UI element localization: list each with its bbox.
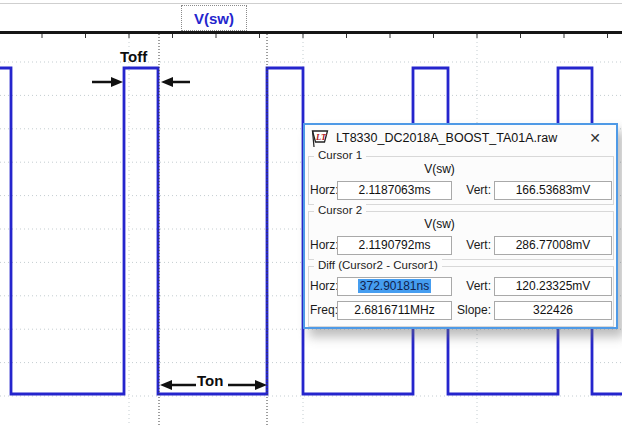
diff-horz-field[interactable]: 372.90181ns — [337, 277, 452, 296]
cursor2-horz-label: Horz: — [310, 238, 339, 252]
toff-left-arrowhead-icon — [111, 77, 123, 87]
diff-horz-label: Horz: — [310, 279, 339, 293]
ltspice-waveform-window: V(sw) Toff Ton LT LT8330_DC2018A_BOOST_T… — [0, 0, 622, 430]
cursor1-signal: V(sw) — [305, 162, 616, 176]
cursor2-row: Horz: 2.1190792ms Vert: 286.77008mV — [305, 236, 616, 255]
freq-field[interactable]: 2.6816711MHz — [337, 301, 452, 320]
diff-row: Horz: 372.90181ns Vert: 120.23325mV — [305, 277, 616, 296]
cursor1-group-label: Cursor 1 — [314, 149, 366, 161]
cursor1-horz-label: Horz: — [310, 183, 339, 197]
cursor2-group-label: Cursor 2 — [314, 204, 366, 216]
cursor2-horz-field[interactable]: 2.1190792ms — [337, 236, 452, 255]
slope-label: Slope: — [455, 303, 491, 317]
diff-horz-selected-value: 372.90181ns — [358, 279, 431, 293]
cursor1-vert-label: Vert: — [455, 183, 491, 197]
ton-right-arrowhead-icon — [255, 380, 267, 390]
toff-right-arrowhead-icon — [161, 77, 173, 87]
freq-slope-row: Freq: 2.6816711MHz Slope: 322426 — [305, 301, 616, 320]
cursor-dialog: LT LT8330_DC2018A_BOOST_TA01A.raw ✕ Curs… — [303, 123, 618, 329]
ton-left-arrowhead-icon — [160, 380, 172, 390]
cursor1-horz-field[interactable]: 2.1187063ms — [337, 181, 452, 200]
cursor2-vert-field[interactable]: 286.77008mV — [494, 236, 612, 255]
cursor2-vert-label: Vert: — [455, 238, 491, 252]
svg-text:LT: LT — [315, 132, 327, 142]
ton-annotation: Ton — [197, 372, 223, 389]
cursor1-vert-field[interactable]: 166.53683mV — [494, 181, 612, 200]
toff-arrows — [92, 77, 190, 87]
lt-logo-icon: LT — [310, 129, 330, 148]
toff-annotation: Toff — [120, 48, 147, 65]
diff-vert-field[interactable]: 120.23325mV — [494, 277, 612, 296]
slope-field[interactable]: 322426 — [494, 301, 612, 320]
cursor1-row: Horz: 2.1187063ms Vert: 166.53683mV — [305, 181, 616, 200]
diff-group-label: Diff (Cursor2 - Cursor1) — [314, 259, 442, 271]
cursor2-signal: V(sw) — [305, 217, 616, 231]
cursor-dialog-titlebar[interactable]: LT LT8330_DC2018A_BOOST_TA01A.raw ✕ — [305, 125, 616, 151]
dialog-title: LT8330_DC2018A_BOOST_TA01A.raw — [336, 131, 557, 145]
close-icon[interactable]: ✕ — [586, 129, 604, 147]
diff-vert-label: Vert: — [455, 279, 491, 293]
freq-label: Freq: — [310, 303, 338, 317]
